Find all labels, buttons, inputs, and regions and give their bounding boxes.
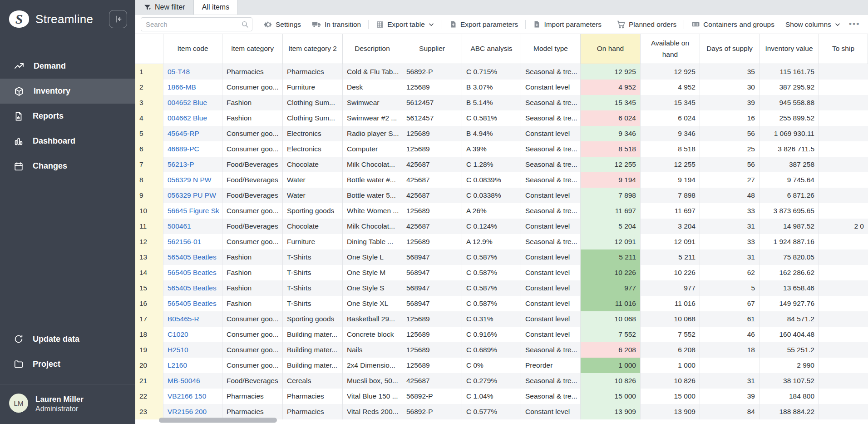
- abc-analysis-cell[interactable]: C 0.587%: [462, 249, 521, 265]
- days-of-supply-cell[interactable]: 56: [700, 157, 760, 172]
- model-type-cell[interactable]: Seasonal & tre...: [521, 157, 581, 172]
- sidebar-item-update-data[interactable]: Update data: [0, 327, 135, 352]
- row-number[interactable]: 8: [135, 172, 163, 188]
- model-type-cell[interactable]: Seasonal & tre...: [521, 234, 581, 249]
- model-type-cell[interactable]: Constant level: [521, 126, 581, 141]
- abc-analysis-cell[interactable]: C 0.577%: [462, 404, 521, 419]
- model-type-cell[interactable]: Constant level: [521, 265, 581, 280]
- in-transition-button[interactable]: In transition: [307, 17, 365, 31]
- containers-and-groups-button[interactable]: Containers and groups: [687, 17, 779, 31]
- inventory-value-cell[interactable]: 1 924 887.16: [760, 234, 819, 249]
- inventory-value-cell[interactable]: 387 258: [760, 157, 819, 172]
- inventory-value-cell[interactable]: 13 658.46: [760, 280, 819, 296]
- column-header-item-code[interactable]: Item code: [163, 34, 222, 64]
- item-category-cell[interactable]: Pharmacies: [222, 404, 283, 419]
- item-code-link[interactable]: 004652 Blue: [163, 95, 222, 110]
- row-number[interactable]: 22: [135, 389, 163, 404]
- item-code-link[interactable]: VB2166 150: [163, 389, 222, 404]
- available-on-hand-cell[interactable]: 3 204: [641, 219, 700, 234]
- model-type-cell[interactable]: Seasonal & tre...: [521, 141, 581, 157]
- item-category-cell[interactable]: Consumer goo...: [222, 342, 283, 358]
- days-of-supply-cell[interactable]: 31: [700, 219, 760, 234]
- supplier-cell[interactable]: 125689: [402, 126, 462, 141]
- row-number[interactable]: 12: [135, 234, 163, 249]
- supplier-cell[interactable]: 568947: [402, 265, 462, 280]
- row-number[interactable]: 10: [135, 203, 163, 219]
- to-ship-cell[interactable]: [819, 141, 868, 157]
- days-of-supply-cell[interactable]: 33: [700, 203, 760, 219]
- days-of-supply-cell[interactable]: 16: [700, 110, 760, 126]
- available-on-hand-cell[interactable]: 977: [641, 280, 700, 296]
- description-cell[interactable]: Nails: [343, 342, 402, 358]
- column-header-description[interactable]: Description: [343, 34, 402, 64]
- description-cell[interactable]: 2x4 Dimensio...: [343, 358, 402, 373]
- days-of-supply-cell[interactable]: 25: [700, 141, 760, 157]
- row-number[interactable]: 23: [135, 404, 163, 419]
- days-of-supply-cell[interactable]: 33: [700, 234, 760, 249]
- abc-analysis-cell[interactable]: C 0.124%: [462, 219, 521, 234]
- inventory-value-cell[interactable]: 55 251.2: [760, 342, 819, 358]
- row-number[interactable]: 9: [135, 188, 163, 203]
- inventory-value-cell[interactable]: 38 107.52: [760, 373, 819, 389]
- supplier-cell[interactable]: 568947: [402, 280, 462, 296]
- days-of-supply-cell[interactable]: 5: [700, 280, 760, 296]
- available-on-hand-cell[interactable]: 10 826: [641, 373, 700, 389]
- abc-analysis-cell[interactable]: C 0.0338%: [462, 188, 521, 203]
- on-hand-cell[interactable]: 10 826: [581, 373, 641, 389]
- item-category2-cell[interactable]: Pharmacies: [283, 389, 343, 404]
- model-type-cell[interactable]: Constant level: [521, 327, 581, 342]
- row-number[interactable]: 14: [135, 265, 163, 280]
- item-code-link[interactable]: 05-T48: [163, 64, 222, 80]
- on-hand-cell[interactable]: 10 226: [581, 265, 641, 280]
- supplier-cell[interactable]: 5612457: [402, 95, 462, 110]
- on-hand-cell[interactable]: 5 204: [581, 219, 641, 234]
- to-ship-cell[interactable]: [819, 64, 868, 80]
- item-category-cell[interactable]: Consumer goo...: [222, 311, 283, 327]
- days-of-supply-cell[interactable]: 31: [700, 249, 760, 265]
- supplier-cell[interactable]: 5612457: [402, 110, 462, 126]
- abc-analysis-cell[interactable]: C 0.715%: [462, 64, 521, 80]
- item-category2-cell[interactable]: Clothing Sum...: [283, 110, 343, 126]
- supplier-cell[interactable]: 125689: [402, 311, 462, 327]
- row-number[interactable]: 3: [135, 95, 163, 110]
- inventory-value-cell[interactable]: 6 871.26: [760, 188, 819, 203]
- available-on-hand-cell[interactable]: 9 194: [641, 172, 700, 188]
- item-category-cell[interactable]: Consumer goo...: [222, 203, 283, 219]
- abc-analysis-cell[interactable]: C 0.689%: [462, 342, 521, 358]
- item-code-link[interactable]: 46689-PC: [163, 141, 222, 157]
- days-of-supply-cell[interactable]: 67: [700, 296, 760, 311]
- to-ship-cell[interactable]: [819, 203, 868, 219]
- supplier-cell[interactable]: 568947: [402, 249, 462, 265]
- to-ship-cell[interactable]: [819, 157, 868, 172]
- row-number[interactable]: 17: [135, 311, 163, 327]
- sidebar-item-changes[interactable]: Changes: [0, 154, 135, 179]
- on-hand-cell[interactable]: 7 898: [581, 188, 641, 203]
- column-header-row-number[interactable]: [135, 34, 163, 64]
- description-cell[interactable]: Cold & Flu Tab...: [343, 64, 402, 80]
- column-header-days-of-supply[interactable]: Days of supply: [700, 34, 760, 64]
- column-header-supplier[interactable]: Supplier: [402, 34, 462, 64]
- supplier-cell[interactable]: 125689: [402, 141, 462, 157]
- days-of-supply-cell[interactable]: 31: [700, 373, 760, 389]
- column-header-to-ship[interactable]: To ship: [819, 34, 868, 64]
- model-type-cell[interactable]: Seasonal & tre...: [521, 110, 581, 126]
- abc-analysis-cell[interactable]: B 4.94%: [462, 126, 521, 141]
- model-type-cell[interactable]: Preorder: [521, 358, 581, 373]
- supplier-cell[interactable]: 56892-P: [402, 64, 462, 80]
- description-cell[interactable]: Computer: [343, 141, 402, 157]
- item-category2-cell[interactable]: Electronics: [283, 126, 343, 141]
- description-cell[interactable]: Desk: [343, 80, 402, 95]
- item-code-link[interactable]: 056329 PU PW: [163, 188, 222, 203]
- item-code-link[interactable]: L2160: [163, 358, 222, 373]
- export-table-button[interactable]: Export table: [371, 17, 439, 31]
- model-type-cell[interactable]: Constant level: [521, 80, 581, 95]
- item-category2-cell[interactable]: T-Shirts: [283, 280, 343, 296]
- abc-analysis-cell[interactable]: B 5.14%: [462, 95, 521, 110]
- item-category-cell[interactable]: Consumer goo...: [222, 126, 283, 141]
- column-header-model-type[interactable]: Model type: [521, 34, 581, 64]
- row-number[interactable]: 19: [135, 342, 163, 358]
- days-of-supply-cell[interactable]: 35: [700, 64, 760, 80]
- supplier-cell[interactable]: 425687: [402, 157, 462, 172]
- on-hand-cell[interactable]: 6 024: [581, 110, 641, 126]
- available-on-hand-cell[interactable]: 11 697: [641, 203, 700, 219]
